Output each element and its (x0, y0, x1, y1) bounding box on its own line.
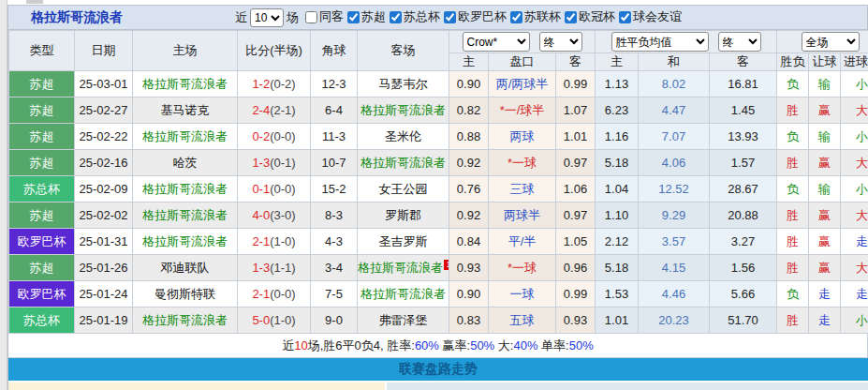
odds-home: 6.23 (596, 98, 639, 124)
league-filter-checkbox[interactable] (390, 11, 402, 23)
league-filters: 同客 苏超 苏总杯 欧罗巴杯 苏联杯 欧冠杯 球会友谊 (302, 8, 682, 26)
result-handicap: 赢 (809, 150, 841, 176)
match-row: 苏超 25-01-26 邓迪联队 1-3(1-1) 3-4 格拉斯哥流浪者1 0… (9, 255, 868, 281)
away-cell: 弗雷泽堡 (358, 308, 449, 334)
league-filter-checkbox[interactable] (619, 11, 631, 23)
league-filter[interactable]: 苏联杯 (507, 8, 561, 25)
away-team: 格拉斯哥流浪者 (360, 287, 446, 301)
league-filter[interactable]: 苏总杯 (386, 8, 440, 25)
ah-home-odds: 0.76 (449, 176, 489, 202)
scroll-nub (26, 0, 43, 4)
league-badge: 苏超 (9, 255, 75, 281)
filter-bar: 近 10 场 同客 苏超 苏总杯 欧罗巴杯 苏联杯 欧冠杯 球会友谊 (235, 8, 682, 27)
score-cell: 5-0(1-0) (238, 308, 311, 334)
odds-draw: 9.29 (639, 202, 710, 229)
league-filter-checkbox[interactable] (305, 11, 317, 23)
match-date: 25-02-22 (75, 124, 133, 150)
odds-draw: 3.57 (639, 229, 710, 255)
handicap-cell: 两/两球半 (489, 71, 556, 98)
ah-away-odds: 0.99 (556, 281, 596, 308)
league-badge: 苏超 (9, 202, 75, 229)
league-filter[interactable]: 苏超 (344, 8, 386, 25)
summary-segment: 10 (294, 338, 307, 352)
odds-draw: 4.06 (639, 150, 710, 176)
handicap-final-select[interactable]: 终 (539, 32, 582, 52)
col-header-goals: 进球数 (841, 53, 868, 71)
bookmaker-select[interactable]: Crow* (463, 32, 530, 52)
corners: 15-2 (311, 176, 358, 202)
ah-away-odds: 0.93 (556, 308, 596, 334)
fulltime-score: 2-4 (252, 103, 270, 117)
corners: 10-7 (311, 150, 358, 176)
league-filter-checkbox[interactable] (510, 11, 522, 23)
match-row: 苏超 25-02-02 格拉斯哥流浪者 4-0(3-0) 8-3 罗斯郡 0.9… (9, 202, 868, 229)
next-section-left (8, 382, 387, 390)
col-header-odds-home: 主 (596, 53, 639, 71)
result-wdl: 负 (777, 281, 809, 308)
odds-draw: 4.46 (639, 281, 710, 308)
result-handicap: 输 (809, 124, 841, 150)
col-header-wdl: 胜负 (777, 53, 809, 71)
scope-select[interactable]: 全场 (802, 32, 860, 52)
handicap-cell: *一球 (489, 255, 556, 281)
result-handicap: 走 (809, 281, 841, 308)
away-team: 格拉斯哥流浪者 (360, 103, 446, 117)
odds-draw: 4.15 (639, 255, 710, 281)
league-filter[interactable]: 欧罗巴杯 (440, 8, 507, 25)
home-team: 格拉斯哥流浪者 (133, 124, 238, 150)
summary-segment: 40% (513, 338, 537, 352)
result-wdl: 负 (777, 176, 809, 202)
fulltime-score: 1-3 (252, 261, 270, 275)
odds-home: 1.01 (596, 308, 639, 334)
matches-unit-label: 场 (287, 9, 299, 26)
ah-away-odds: 0.96 (556, 255, 596, 281)
result-wdl: 胜 (777, 150, 809, 176)
match-date: 25-01-26 (75, 255, 133, 281)
match-count-select[interactable]: 10 (250, 8, 284, 27)
summary-segment: 单率: (537, 338, 568, 352)
handicap-cell: *一球 (489, 150, 556, 176)
fulltime-score: 0-2 (252, 129, 270, 143)
league-filter-checkbox[interactable] (347, 11, 360, 23)
ah-home-odds: 0.92 (449, 202, 489, 229)
match-row: 苏超 25-02-22 格拉斯哥流浪者 0-2(0-0) 11-3 圣米伦 0.… (9, 124, 868, 150)
ah-home-odds: 0.82 (449, 98, 489, 124)
odds-final-select[interactable]: 终 (718, 32, 761, 52)
league-filter[interactable]: 欧冠杯 (561, 8, 615, 25)
match-row: 苏超 25-03-01 格拉斯哥流浪者 1-2(0-2) 12-3 马瑟韦尔 0… (9, 71, 868, 98)
match-date: 25-03-01 (75, 71, 133, 98)
score-cell: 0-2(0-0) (238, 124, 311, 150)
title-bar: 格拉斯哥流浪者 近 10 场 同客 苏超 苏总杯 欧罗巴杯 苏联杯 欧冠杯 球会… (8, 5, 868, 30)
summary-line: 近10场,胜6平0负4, 胜率:60% 赢率:50% 大:40% 单率:50% (282, 338, 593, 354)
result-goals: 小 (841, 308, 868, 334)
col-header-ah-away: 客 (556, 53, 596, 71)
home-team: 邓迪联队 (133, 255, 238, 281)
away-cell: 女王公园 (358, 176, 449, 202)
handicap-cell: *一/球半 (489, 98, 556, 124)
halftime-score: (0-0) (270, 129, 295, 143)
handicap-cell: 五球 (489, 308, 556, 334)
result-wdl: 胜 (777, 229, 809, 255)
home-team: 哈茨 (133, 150, 238, 176)
league-filter[interactable]: 同客 (302, 8, 344, 25)
odds-away: 28.67 (710, 176, 777, 202)
league-badge: 苏超 (9, 71, 75, 98)
fulltime-score: 0-1 (252, 182, 270, 196)
odds-home: 5.18 (596, 255, 639, 281)
handicap-cell: 两球半 (489, 202, 556, 229)
league-filter-checkbox[interactable] (444, 11, 456, 23)
fulltime-score: 2-1 (252, 234, 270, 248)
result-handicap: 赢 (809, 229, 841, 255)
odds-draw: 12.52 (639, 176, 710, 202)
team-history-panel: 格拉斯哥流浪者 近 10 场 同客 苏超 苏总杯 欧罗巴杯 苏联杯 欧冠杯 球会… (7, 5, 868, 390)
match-row: 苏超 25-02-27 基马诺克 2-4(2-1) 6-4 格拉斯哥流浪者 0.… (9, 98, 868, 124)
result-wdl: 负 (777, 124, 809, 150)
fulltime-score: 2-1 (252, 287, 270, 301)
odds-avg-select[interactable]: 胜平负均值 (611, 32, 709, 52)
odds-away: 1.45 (710, 98, 777, 124)
corners: 12-3 (311, 71, 358, 98)
league-filter[interactable]: 球会友谊 (615, 8, 682, 25)
near-label: 近 (235, 9, 247, 26)
league-filter-checkbox[interactable] (565, 11, 577, 23)
ah-away-odds: 1.05 (556, 229, 596, 255)
